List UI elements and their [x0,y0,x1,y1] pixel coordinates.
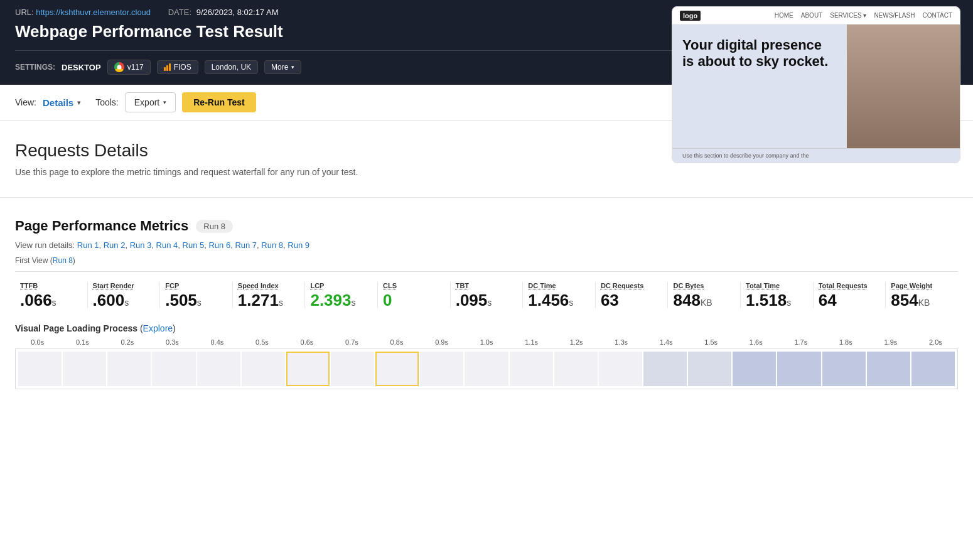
timeline-mark: 2.0s [913,338,959,346]
metric-value: .505s [165,291,202,310]
metrics-header: Page Performance Metrics Run 8 [15,218,958,234]
timeline-ruler: 0.0s0.1s0.2s0.3s0.4s0.5s0.6s0.7s0.8s0.9s… [15,338,958,346]
more-label: More [271,63,288,72]
metric-value: .600s [93,291,129,310]
chrome-icon [114,62,124,72]
timeline-mark: 1.9s [868,338,913,346]
preview-sub-text: Use this section to describe your compan… [672,148,960,163]
run-links-label: View run details: [15,240,75,250]
run-6-link[interactable]: Run 6 [208,240,230,250]
run-5-link[interactable]: Run 5 [183,240,205,250]
preview-image [847,24,960,148]
timeline-mark: 1.4s [643,338,689,346]
run-7-link[interactable]: Run 7 [235,240,257,250]
metric-label: Page Weight [891,282,953,289]
frame-thumb [152,352,195,386]
visual-title-text: Visual Page Loading Process [15,323,137,333]
metric-label: DC Bytes [673,282,735,289]
metric-item-total-time: Total Time 1.518s [741,282,814,308]
timeline-mark: 0.0s [15,338,60,346]
chrome-version: v117 [127,63,144,72]
run-2-link[interactable]: Run 2 [104,240,126,250]
run-3-link[interactable]: Run 3 [130,240,152,250]
timeline-mark: 1.6s [734,338,779,346]
location-label: London, UK [212,63,251,72]
metric-item-fcp: FCP .505s [160,282,233,308]
rerun-button[interactable]: Re-Run Test [182,92,255,112]
tools-label: Tools: [95,97,119,107]
metric-item-tbt: TBT .095s [451,282,524,308]
frame-thumb [197,352,240,386]
frame-thumb [375,352,419,386]
metric-value: 848KB [673,291,712,310]
metric-value: 1.518s [746,291,791,310]
run-links-row: View run details: Run 1, Run 2, Run 3, R… [15,240,958,250]
timeline-mark: 0.8s [374,338,419,346]
frame-thumb [867,352,910,386]
more-badge[interactable]: More ▾ [264,60,301,74]
timeline-mark: 0.7s [330,338,375,346]
metric-label: LCP [310,282,372,289]
timeline-mark: 1.7s [778,338,824,346]
metric-value: 63 [601,291,619,310]
metric-label: Total Time [746,282,808,289]
metric-label: TTFB [20,282,82,289]
metric-item-lcp: LCP 2.393s [305,282,378,308]
desktop-value: DESKTOP [62,63,101,72]
metric-item-ttfb: TTFB .066s [15,282,88,308]
metric-item-page-weight: Page Weight 854KB [886,282,958,308]
frame-thumb [688,352,731,386]
metric-item-start-render: Start Render .600s [88,282,161,308]
metric-value: .095s [456,291,492,310]
frame-thumb [286,352,330,386]
frame-thumb [465,352,508,386]
main-content: Requests Details Use this page to explor… [0,121,973,409]
date-label: DATE: [168,8,191,17]
preview-nav-links: HOME ABOUT SERVICES ▾ NEWS/FLASH CONTACT [775,12,952,19]
dropdown-arrow-icon: ▾ [77,99,80,106]
metric-item-total-requests: Total Requests 64 [814,282,886,308]
run-4-link[interactable]: Run 4 [156,240,178,250]
timeline-mark: 0.4s [195,338,240,346]
metric-label: Total Requests [819,282,881,289]
frame-thumb [18,352,62,386]
date-row: DATE: 9/26/2023, 8:02:17 AM [168,8,279,17]
metric-value: .066s [20,291,56,310]
frame-thumb [331,352,374,386]
settings-label: SETTINGS: [15,63,55,72]
first-view-label: First View (Run 8) [15,256,958,265]
url-link[interactable]: https://kshthuvr.elementor.cloud [36,8,151,17]
section-description: Use this page to explore the metric timi… [15,167,958,177]
metric-value: 0 [383,291,392,310]
preview-text-area: Your digital presence is about to sky ro… [672,24,847,148]
run-1-link[interactable]: Run 1 [77,240,99,250]
run-9-link[interactable]: Run 9 [288,240,309,250]
metric-item-dc-bytes: DC Bytes 848KB [668,282,741,308]
run-8-link[interactable]: Run 8 [261,240,283,250]
timeline-mark: 0.5s [240,338,285,346]
timeline-mark: 1.3s [599,338,644,346]
chrome-badge[interactable]: v117 [107,60,151,75]
first-view-run-link[interactable]: Run 8 [53,256,73,265]
timeline-mark: 0.1s [60,338,105,346]
export-button[interactable]: Export ▾ [125,92,176,112]
fios-badge[interactable]: FIOS [157,60,198,74]
view-label: View: [15,97,36,107]
frame-thumb [643,352,687,386]
metric-label: TBT [456,282,518,289]
timeline-frames [15,348,958,389]
metric-label: Speed Index [238,282,300,289]
frame-thumb [599,352,642,386]
explore-link[interactable]: Explore [143,323,173,333]
timeline-mark: 1.2s [554,338,599,346]
metric-label: DC Requests [601,282,663,289]
visual-title: Visual Page Loading Process (Explore) [15,323,958,333]
metric-label: Start Render [93,282,155,289]
timeline-mark: 1.0s [464,338,509,346]
frame-thumb [777,352,820,386]
preview-nav: logo HOME ABOUT SERVICES ▾ NEWS/FLASH CO… [672,7,960,24]
view-select[interactable]: Details ▾ [43,97,80,108]
frame-thumb [242,352,285,386]
run-links-list: Run 1, Run 2, Run 3, Run 4, Run 5, Run 6… [77,240,309,250]
location-badge[interactable]: London, UK [205,60,258,74]
